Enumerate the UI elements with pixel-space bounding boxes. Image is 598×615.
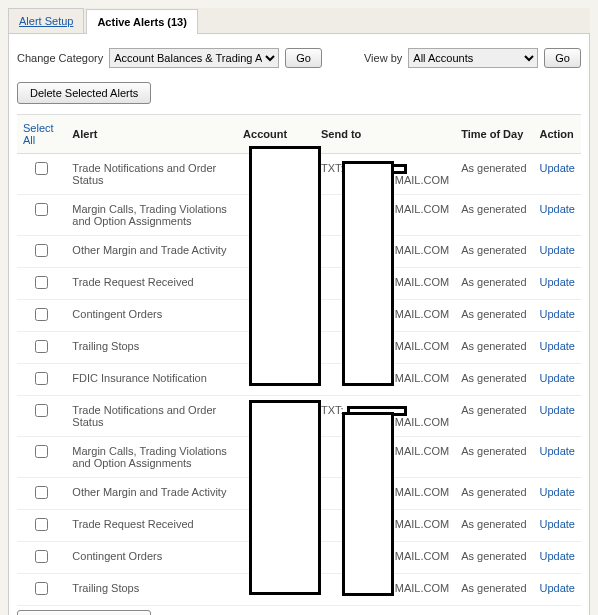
alert-cell: FDIC Insurance Notification bbox=[66, 364, 237, 396]
view-by-label: View by bbox=[364, 52, 402, 64]
update-link[interactable]: Update bbox=[540, 372, 575, 384]
alert-cell: Other Margin and Trade Activity bbox=[66, 478, 237, 510]
alert-cell: Trailing Stops bbox=[66, 574, 237, 606]
row-checkbox[interactable] bbox=[35, 340, 48, 353]
redaction-sendto-column-2 bbox=[342, 412, 394, 596]
change-category-label: Change Category bbox=[17, 52, 103, 64]
time-cell: As generated bbox=[455, 268, 533, 300]
time-cell: As generated bbox=[455, 195, 533, 236]
time-cell: As generated bbox=[455, 396, 533, 437]
update-link[interactable]: Update bbox=[540, 582, 575, 594]
go-viewby-button[interactable]: Go bbox=[544, 48, 581, 68]
panel-active-alerts: Change Category Account Balances & Tradi… bbox=[8, 34, 590, 615]
row-checkbox[interactable] bbox=[35, 162, 48, 175]
header-alert: Alert bbox=[66, 115, 237, 154]
time-cell: As generated bbox=[455, 300, 533, 332]
update-link[interactable]: Update bbox=[540, 340, 575, 352]
tab-alert-setup[interactable]: Alert Setup bbox=[8, 8, 84, 33]
alert-cell: Contingent Orders bbox=[66, 300, 237, 332]
alert-cell: Trade Notifications and Order Status bbox=[66, 154, 237, 195]
redaction-sendto-column bbox=[342, 161, 394, 386]
go-category-button[interactable]: Go bbox=[285, 48, 322, 68]
row-checkbox[interactable] bbox=[35, 308, 48, 321]
row-checkbox[interactable] bbox=[35, 276, 48, 289]
alert-cell: Trailing Stops bbox=[66, 332, 237, 364]
update-link[interactable]: Update bbox=[540, 244, 575, 256]
row-checkbox[interactable] bbox=[35, 404, 48, 417]
change-category-select[interactable]: Account Balances & Trading Activity bbox=[109, 48, 279, 68]
row-checkbox[interactable] bbox=[35, 372, 48, 385]
time-cell: As generated bbox=[455, 510, 533, 542]
update-link[interactable]: Update bbox=[540, 518, 575, 530]
row-checkbox[interactable] bbox=[35, 445, 48, 458]
time-cell: As generated bbox=[455, 437, 533, 478]
update-link[interactable]: Update bbox=[540, 404, 575, 416]
alert-cell: Margin Calls, Trading Violations and Opt… bbox=[66, 437, 237, 478]
update-link[interactable]: Update bbox=[540, 162, 575, 174]
redaction-account-column bbox=[249, 146, 321, 386]
delete-selected-bottom-button[interactable]: Delete Selected Alerts bbox=[17, 610, 151, 615]
redaction-account-column-2 bbox=[249, 400, 321, 595]
row-checkbox[interactable] bbox=[35, 518, 48, 531]
delete-selected-top-button[interactable]: Delete Selected Alerts bbox=[17, 82, 151, 104]
time-cell: As generated bbox=[455, 574, 533, 606]
alert-cell: Trade Notifications and Order Status bbox=[66, 396, 237, 437]
header-time: Time of Day bbox=[455, 115, 533, 154]
view-by-select[interactable]: All Accounts bbox=[408, 48, 538, 68]
header-select-all[interactable]: Select All bbox=[17, 115, 66, 154]
row-checkbox[interactable] bbox=[35, 244, 48, 257]
row-checkbox[interactable] bbox=[35, 582, 48, 595]
alert-cell: Trade Request Received bbox=[66, 268, 237, 300]
row-checkbox[interactable] bbox=[35, 550, 48, 563]
filter-controls: Change Category Account Balances & Tradi… bbox=[17, 44, 581, 78]
time-cell: As generated bbox=[455, 478, 533, 510]
time-cell: As generated bbox=[455, 154, 533, 195]
update-link[interactable]: Update bbox=[540, 550, 575, 562]
tab-alert-setup-link[interactable]: Alert Setup bbox=[19, 15, 73, 27]
tab-active-alerts-label: Active Alerts (13) bbox=[97, 16, 186, 28]
alert-cell: Trade Request Received bbox=[66, 510, 237, 542]
row-checkbox[interactable] bbox=[35, 486, 48, 499]
tab-active-alerts[interactable]: Active Alerts (13) bbox=[86, 9, 197, 34]
time-cell: As generated bbox=[455, 236, 533, 268]
header-sendto: Send to bbox=[315, 115, 455, 154]
tab-bar: Alert Setup Active Alerts (13) bbox=[8, 8, 590, 34]
alert-cell: Other Margin and Trade Activity bbox=[66, 236, 237, 268]
time-cell: As generated bbox=[455, 332, 533, 364]
time-cell: As generated bbox=[455, 364, 533, 396]
update-link[interactable]: Update bbox=[540, 445, 575, 457]
update-link[interactable]: Update bbox=[540, 203, 575, 215]
update-link[interactable]: Update bbox=[540, 486, 575, 498]
header-action: Action bbox=[534, 115, 582, 154]
update-link[interactable]: Update bbox=[540, 308, 575, 320]
alert-cell: Contingent Orders bbox=[66, 542, 237, 574]
update-link[interactable]: Update bbox=[540, 276, 575, 288]
row-checkbox[interactable] bbox=[35, 203, 48, 216]
alert-cell: Margin Calls, Trading Violations and Opt… bbox=[66, 195, 237, 236]
time-cell: As generated bbox=[455, 542, 533, 574]
